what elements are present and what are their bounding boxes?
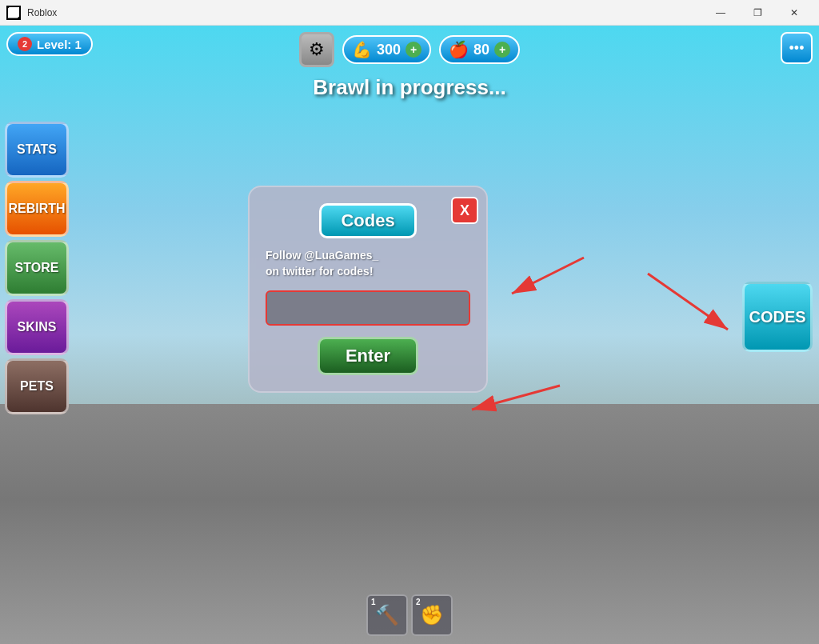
gem-amount: 80	[473, 42, 489, 58]
skins-label: SKINS	[18, 320, 57, 334]
more-button[interactable]: •••	[781, 32, 813, 64]
close-button[interactable]: ✕	[776, 0, 813, 26]
hotbar: 1 🔨 2 ✊	[366, 594, 453, 636]
rebirth-label: REBIRTH	[8, 202, 65, 216]
topbar: 2 Level: 1 ⚙ 💪 300 + 🍎 80 + •••	[0, 32, 819, 67]
titlebar: Roblox — ❐ ✕	[0, 0, 819, 26]
pets-label: PETS	[20, 379, 54, 394]
hotbar-slot-2-icon: ✊	[420, 604, 444, 626]
hotbar-slot-1[interactable]: 1 🔨	[366, 594, 408, 636]
hotbar-slot-2[interactable]: 2 ✊	[411, 594, 453, 636]
sidebar-item-stats[interactable]: STATS	[5, 122, 69, 178]
codes-side-button[interactable]: CODES	[742, 282, 813, 352]
sidebar-item-rebirth[interactable]: REBIRTH	[5, 181, 69, 237]
hotbar-slot-1-icon: 🔨	[375, 604, 399, 626]
store-label: STORE	[15, 261, 59, 275]
gear-icon: ⚙	[309, 39, 325, 60]
gem-currency-box: 🍎 80 +	[439, 35, 520, 64]
level-text: Level: 1	[37, 38, 82, 51]
gem-plus-button[interactable]: +	[494, 42, 510, 58]
sidebar-item-pets[interactable]: PETS	[5, 358, 69, 414]
minimize-button[interactable]: —	[702, 0, 739, 26]
titlebar-controls: — ❐ ✕	[702, 0, 813, 26]
more-icon: •••	[789, 40, 805, 57]
maximize-button[interactable]: ❐	[739, 0, 776, 26]
strength-amount: 300	[377, 42, 401, 58]
codes-title: Codes	[319, 203, 416, 238]
stats-label: STATS	[17, 142, 57, 157]
side-menu: STATS REBIRTH STORE SKINS PETS	[5, 122, 69, 414]
codes-side-label: CODES	[749, 308, 805, 326]
codes-modal-header: Codes X	[266, 203, 470, 238]
sidebar-item-skins[interactable]: SKINS	[5, 299, 69, 355]
codes-instructions: Follow @LuaGames_on twitter for codes!	[266, 248, 470, 279]
strength-icon: 💪	[352, 40, 372, 59]
titlebar-title: Roblox	[27, 7, 57, 18]
enter-code-button[interactable]: Enter	[318, 337, 418, 375]
close-modal-button[interactable]: X	[451, 197, 478, 224]
level-badge: 2 Level: 1	[6, 32, 93, 56]
code-input-field[interactable]	[266, 290, 470, 326]
strength-currency-box: 💪 300 +	[342, 35, 431, 64]
codes-instructions-text: Follow @LuaGames_on twitter for codes!	[266, 249, 378, 278]
notification-count: 2	[18, 37, 32, 51]
gear-button[interactable]: ⚙	[299, 32, 334, 67]
titlebar-left: Roblox	[6, 6, 57, 20]
roblox-logo-icon	[6, 6, 21, 20]
strength-plus-button[interactable]: +	[406, 42, 421, 58]
brawl-status-text: Brawl in progress...	[0, 75, 819, 100]
top-center: ⚙ 💪 300 + 🍎 80 +	[299, 32, 520, 67]
codes-modal: Codes X Follow @LuaGames_on twitter for …	[248, 186, 488, 393]
sidebar-item-store[interactable]: STORE	[5, 240, 69, 296]
game-area: 2 Level: 1 ⚙ 💪 300 + 🍎 80 + ••• Brawl in…	[0, 26, 819, 644]
hotbar-slot-2-num: 2	[416, 598, 421, 606]
hotbar-slot-1-num: 1	[371, 598, 376, 606]
gem-icon: 🍎	[449, 40, 469, 59]
